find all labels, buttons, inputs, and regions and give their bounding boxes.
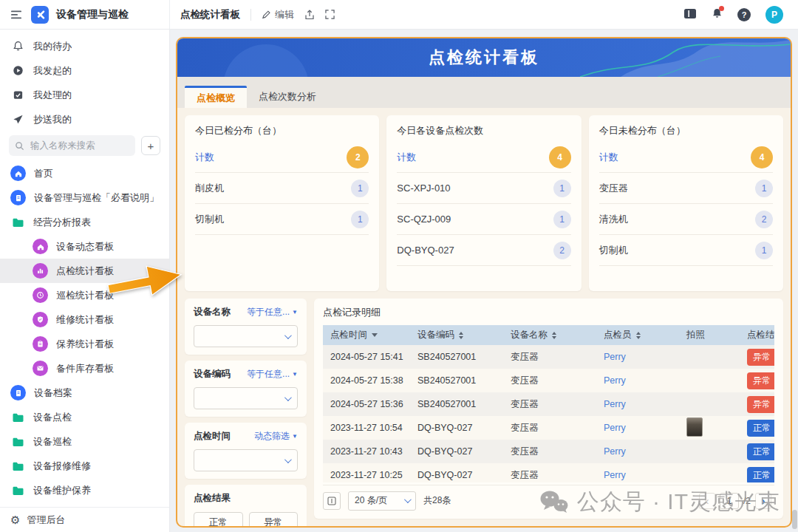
table-scroll-area[interactable]: 点检时间 设备编码 设备名称 点检员 (323, 325, 774, 482)
folder-icon (10, 412, 25, 423)
help-icon[interactable]: ? (737, 8, 751, 21)
document-icon (10, 385, 26, 400)
device-name-select[interactable] (194, 325, 298, 347)
inspector-link[interactable]: Perry (596, 470, 679, 480)
dashboard-banner: 点检统计看板 (177, 38, 791, 77)
sidebar-item-device-archives[interactable]: 设备档案 (0, 381, 169, 405)
inspector-link[interactable]: Perry (596, 399, 679, 409)
collapse-sidebar-icon[interactable] (9, 10, 24, 20)
filter-operator-dropdown[interactable]: 等于任意...▼ (247, 368, 298, 381)
sidebar-item-maintenance-stats-board[interactable]: 保养统计看板 (0, 332, 169, 356)
document-title: 点检统计看板 (180, 8, 240, 21)
vertical-scrollbar-thumb[interactable] (792, 510, 797, 529)
page-size-select[interactable]: 20 条/页 (348, 491, 416, 511)
sidebar-item-device-dynamic-board[interactable]: 设备动态看板 (0, 234, 169, 259)
share-button[interactable] (304, 10, 315, 20)
filter-operator-dropdown[interactable]: 动态筛选▼ (254, 430, 298, 443)
total-count: 共28条 (423, 494, 451, 507)
table-row[interactable]: 2024-05-27 15:41 SB240527001 变压器 Perry 异… (323, 345, 774, 369)
result-abnormal-button[interactable]: 异常 (249, 512, 299, 528)
sort-icon[interactable] (459, 332, 463, 339)
sidebar-item-device-maintenance[interactable]: 设备维护保养 (0, 478, 169, 502)
edit-button[interactable]: 编辑 (262, 8, 294, 21)
prev-page-button[interactable]: ‹ (699, 493, 715, 509)
stat-item: SC-XPJ-010 1 (397, 173, 570, 204)
chevron-down-icon (284, 394, 292, 401)
sidebar-item-device-repair[interactable]: 设备报修维修 (0, 454, 169, 478)
page-count: /2 (743, 496, 751, 506)
table-row[interactable]: 2023-11-27 10:25 DQ-BYQ-027 变压器 Perry 正常 (323, 463, 774, 482)
fullscreen-button[interactable] (325, 10, 335, 19)
sidebar-item-home[interactable]: 首页 (0, 161, 169, 185)
result-normal-button[interactable]: 正常 (194, 512, 243, 528)
inspector-link[interactable]: Perry (596, 375, 679, 386)
count-badge: 4 (751, 146, 773, 168)
sidebar-item-cc-to-me[interactable]: 抄送我的 (0, 107, 169, 132)
item-badge: 1 (553, 180, 571, 197)
search-input[interactable] (29, 140, 110, 151)
gear-icon: ⚙ (10, 514, 20, 525)
search-input-box[interactable] (9, 135, 135, 156)
column-header-inspector[interactable]: 点检员 (596, 329, 679, 341)
filter-device-name: 设备名称 等于任意...▼ (185, 299, 307, 355)
inspector-link[interactable]: Perry (596, 446, 679, 457)
column-header-name[interactable]: 设备名称 (503, 329, 596, 341)
filter-inspection-result: 点检结果 正常 异常 (185, 485, 307, 528)
stat-item: 削皮机 1 (195, 173, 369, 204)
sidebar-item-analysis-reports[interactable]: 经营分析报表 (0, 210, 169, 234)
sort-icon[interactable] (636, 332, 641, 339)
sort-icon[interactable] (552, 332, 556, 339)
sidebar-item-spare-parts-board[interactable]: 备件库存看板 (0, 356, 169, 381)
next-page-button[interactable]: › (755, 493, 771, 509)
stat-card-inspection-counts: 今日各设备点检次数 计数 4 SC-XPJ-010 1 SC-QZJ-009 1 (386, 115, 581, 291)
page-layout-icon-button[interactable] (323, 492, 341, 510)
table-row[interactable]: 2024-05-27 15:36 SB240527001 变压器 Perry 异… (323, 392, 774, 416)
caret-down-icon: ▼ (292, 371, 298, 378)
inspector-link[interactable]: Perry (596, 352, 679, 362)
fullscreen-icon (325, 10, 335, 19)
filter-inspection-time: 点检时间 动态筛选▼ (185, 423, 307, 479)
sidebar-item-inspection-stats-board[interactable]: 点检统计看板 (0, 259, 169, 283)
inspector-link[interactable]: Perry (596, 423, 679, 433)
table-row[interactable]: 2023-11-27 10:43 DQ-BYQ-027 变压器 Perry 正常 (323, 440, 774, 463)
current-page-input[interactable]: 1 (720, 493, 739, 509)
play-circle-icon (10, 65, 25, 76)
sidebar-item-my-handled[interactable]: 我处理的 (0, 83, 169, 107)
tab-inspection-overview[interactable]: 点检概览 (185, 86, 247, 108)
dashboard-title: 点检统计看板 (429, 47, 539, 69)
manual-book-icon[interactable] (683, 8, 697, 21)
item-badge: 1 (755, 180, 773, 197)
inspection-records-panel: 点检记录明细 点检时间 设备编码 设备名称 (314, 299, 783, 519)
tab-inspection-count-analysis[interactable]: 点检次数分析 (247, 86, 328, 108)
table-title: 点检记录明细 (323, 306, 774, 319)
task-check-icon (10, 89, 25, 100)
filter-operator-dropdown[interactable]: 等于任意...▼ (247, 306, 298, 318)
sidebar-item-my-todo[interactable]: 我的待办 (0, 34, 169, 58)
sidebar-item-manual[interactable]: 设备管理与巡检「必看说明」 (0, 185, 169, 210)
add-button[interactable]: + (141, 136, 160, 155)
table-row[interactable]: 2024-05-27 15:38 SB240527001 变压器 Perry 异… (323, 369, 774, 392)
device-code-select[interactable] (194, 387, 298, 409)
home-icon (33, 239, 48, 254)
sidebar-item-admin-backend[interactable]: ⚙ 管理后台 (0, 507, 169, 532)
photo-thumbnail[interactable] (686, 417, 703, 437)
bar-chart-icon (33, 263, 48, 279)
sidebar-item-patrol-stats-board[interactable]: 巡检统计看板 (0, 283, 169, 307)
sidebar-item-repair-stats-board[interactable]: 维修统计看板 (0, 307, 169, 332)
sort-desc-icon[interactable] (372, 333, 378, 337)
table-row[interactable]: 2023-11-27 10:54 DQ-BYQ-027 变压器 Perry 正常 (323, 416, 774, 440)
toolbar-divider (250, 9, 251, 21)
sidebar-item-device-inspection[interactable]: 设备点检 (0, 405, 169, 429)
column-header-photo: 拍照 (679, 329, 740, 341)
user-avatar[interactable]: P (765, 6, 783, 24)
dashboard-content: 今日已检分布（台） 计数 2 削皮机 1 切制机 1 今日各设备点 (177, 108, 791, 526)
column-header-time[interactable]: 点检时间 (323, 329, 410, 341)
sidebar-item-device-patrol[interactable]: 设备巡检 (0, 429, 169, 454)
sidebar: 我的待办 我发起的 我处理的 抄送我的 + 首页 设备管理 (0, 30, 170, 532)
result-badge: 正常 (747, 467, 774, 483)
inspection-time-select[interactable] (194, 449, 298, 471)
column-header-code[interactable]: 设备编码 (410, 329, 503, 341)
result-badge: 正常 (747, 443, 774, 460)
sidebar-item-my-initiated[interactable]: 我发起的 (0, 58, 169, 83)
notifications-bell-icon[interactable] (712, 7, 723, 21)
